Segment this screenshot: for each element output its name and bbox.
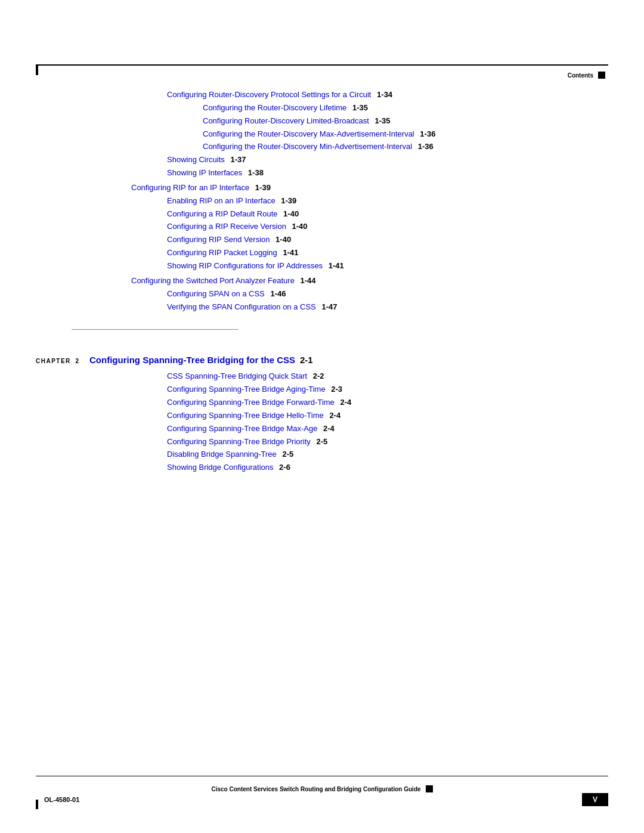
page-container: Contents Configuring Router-Discovery Pr… <box>0 0 644 833</box>
toc-entry: Configuring Router-Discovery Limited-Bro… <box>203 116 608 127</box>
toc-link[interactable]: Showing Circuits <box>167 154 225 166</box>
header-square-icon <box>598 72 605 79</box>
footer-square-icon <box>426 785 433 792</box>
footer-page-box: V <box>582 793 608 806</box>
toc-entry: Configuring a RIP Receive Version 1-40 <box>167 221 608 233</box>
toc-link[interactable]: Configuring RIP Packet Logging <box>167 247 277 259</box>
toc-page: 2-5 <box>280 449 293 460</box>
toc-entry: Enabling RIP on an IP Interface 1-39 <box>167 196 608 207</box>
toc-link[interactable]: Showing IP Interfaces <box>167 168 242 179</box>
toc-page: 2-6 <box>277 462 290 473</box>
toc-entry: Configuring Router-Discovery Protocol Se… <box>167 89 608 101</box>
toc-link[interactable]: Configuring the Router-Discovery Lifetim… <box>203 103 346 114</box>
toc-link[interactable]: Configuring Spanning-Tree Bridge Hello-T… <box>167 410 324 422</box>
toc-link[interactable]: Configuring a RIP Default Route <box>167 209 277 220</box>
toc-entry: Configuring Spanning-Tree Bridge Priorit… <box>167 436 608 448</box>
toc-entry: Showing IP Interfaces 1-38 <box>167 168 608 179</box>
toc-page: 1-47 <box>320 302 338 313</box>
toc-entry: Configuring RIP Send Version 1-40 <box>167 234 608 246</box>
toc-page: 2-5 <box>314 436 327 448</box>
toc-entry: Configuring Spanning-Tree Bridge Forward… <box>167 397 608 408</box>
footer-bottom: OL-4580-01 V <box>36 793 608 806</box>
toc-link[interactable]: Configuring Router-Discovery Protocol Se… <box>167 89 371 101</box>
toc-link[interactable]: CSS Spanning-Tree Bridging Quick Start <box>167 371 307 382</box>
toc-entry: Configuring RIP Packet Logging 1-41 <box>167 247 608 259</box>
toc-page: 1-38 <box>246 168 264 179</box>
chapter-page: 2-1 <box>300 355 313 365</box>
toc-entry: Showing RIP Configurations for IP Addres… <box>167 261 608 272</box>
toc-page: 2-4 <box>338 397 351 408</box>
toc-link[interactable]: Configuring Spanning-Tree Bridge Forward… <box>167 397 335 408</box>
toc-link[interactable]: Configuring RIP for an IP Interface <box>131 182 249 194</box>
footer-title: Cisco Content Services Switch Routing an… <box>211 786 420 792</box>
toc-link[interactable]: Configuring the Switched Port Analyzer F… <box>131 275 295 287</box>
toc-link[interactable]: Showing Bridge Configurations <box>167 462 274 473</box>
toc-page: 1-46 <box>268 289 286 300</box>
toc-entry-section: Configuring the Switched Port Analyzer F… <box>131 275 608 287</box>
toc-page: 1-44 <box>298 275 316 287</box>
toc-page: 1-40 <box>281 209 299 220</box>
toc-link[interactable]: Configuring the Router-Discovery Max-Adv… <box>203 129 414 140</box>
toc-page: 2-4 <box>321 423 334 435</box>
toc-page: 1-37 <box>228 154 246 166</box>
toc-entry: Showing Bridge Configurations 2-6 <box>167 462 608 473</box>
toc-page: 1-36 <box>416 141 434 153</box>
footer-content: Cisco Content Services Switch Routing an… <box>36 785 608 792</box>
contents-label: Contents <box>568 72 593 79</box>
toc-link[interactable]: Disabling Bridge Spanning-Tree <box>167 449 277 460</box>
toc-link[interactable]: Configuring Spanning-Tree Bridge Max-Age <box>167 423 317 435</box>
toc-link[interactable]: Configuring Spanning-Tree Bridge Aging-T… <box>167 384 326 395</box>
top-rule <box>36 64 608 66</box>
toc-link[interactable]: Configuring RIP Send Version <box>167 234 270 246</box>
toc-entry: Configuring SPAN on a CSS 1-46 <box>167 289 608 300</box>
toc-entry: Showing Circuits 1-37 <box>167 154 608 166</box>
toc-page: 1-41 <box>326 261 344 272</box>
chapter-heading-row: CHAPTER 2 Configuring Spanning-Tree Brid… <box>36 355 608 365</box>
toc-page: 1-39 <box>279 196 297 207</box>
toc-link[interactable]: Configuring a RIP Receive Version <box>167 221 286 233</box>
chapter-title-link[interactable]: Configuring Spanning-Tree Bridging for t… <box>89 355 295 365</box>
toc-link[interactable]: Showing RIP Configurations for IP Addres… <box>167 261 323 272</box>
toc-page: 1-35 <box>373 116 391 127</box>
toc-link[interactable]: Configuring Spanning-Tree Bridge Priorit… <box>167 436 311 448</box>
toc-page: 2-2 <box>311 371 324 382</box>
toc-entry: Configuring Spanning-Tree Bridge Hello-T… <box>167 410 608 422</box>
toc-entry: Configuring Spanning-Tree Bridge Max-Age… <box>167 423 608 435</box>
toc-link[interactable]: Configuring Router-Discovery Limited-Bro… <box>203 116 369 127</box>
toc-content: Configuring Router-Discovery Protocol Se… <box>36 89 608 761</box>
toc-page: 1-35 <box>350 103 368 114</box>
toc-link[interactable]: Verifying the SPAN Configuration on a CS… <box>167 302 316 313</box>
toc-page: 1-34 <box>374 89 392 101</box>
toc-entry: Verifying the SPAN Configuration on a CS… <box>167 302 608 313</box>
toc-entry: Configuring Spanning-Tree Bridge Aging-T… <box>167 384 608 395</box>
toc-entry: Configuring a RIP Default Route 1-40 <box>167 209 608 220</box>
toc-page: 1-36 <box>418 129 436 140</box>
toc-page: 2-3 <box>329 384 342 395</box>
chapter-label: CHAPTER <box>36 358 71 364</box>
left-vertical-bar <box>36 64 38 75</box>
toc-entry-section: Configuring RIP for an IP Interface 1-39 <box>131 182 608 194</box>
toc-entry: CSS Spanning-Tree Bridging Quick Start 2… <box>167 371 608 382</box>
footer-rule <box>36 776 608 776</box>
toc-page: 1-41 <box>281 247 299 259</box>
toc-link[interactable]: Configuring the Router-Discovery Min-Adv… <box>203 141 412 153</box>
toc-entry: Configuring the Router-Discovery Max-Adv… <box>203 129 608 140</box>
toc-entry: Configuring the Router-Discovery Min-Adv… <box>203 141 608 153</box>
toc-page: 1-39 <box>253 182 271 194</box>
footer-doc-number: OL-4580-01 <box>44 796 79 803</box>
toc-page: 1-40 <box>273 234 291 246</box>
toc-link[interactable]: Configuring SPAN on a CSS <box>167 289 265 300</box>
toc-page: 2-4 <box>327 410 340 422</box>
chapter-number: 2 <box>75 358 79 364</box>
page-header: Contents <box>568 72 605 79</box>
toc-entry: Disabling Bridge Spanning-Tree 2-5 <box>167 449 608 460</box>
toc-entry: Configuring the Router-Discovery Lifetim… <box>203 103 608 114</box>
toc-page: 1-40 <box>290 221 308 233</box>
chapter-label-area: CHAPTER 2 <box>36 356 89 365</box>
chapter-divider <box>72 329 239 338</box>
toc-link[interactable]: Enabling RIP on an IP Interface <box>167 196 275 207</box>
